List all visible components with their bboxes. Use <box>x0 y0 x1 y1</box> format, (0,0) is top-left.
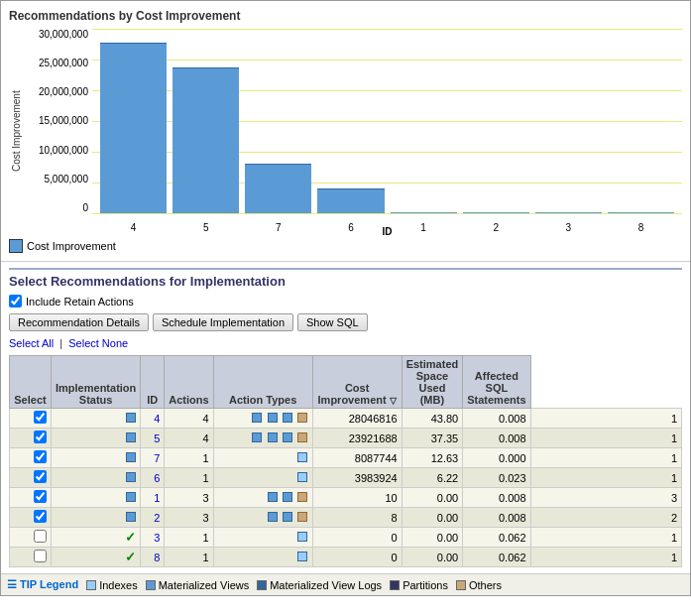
bar-2 <box>463 212 529 213</box>
row-checkbox[interactable] <box>34 550 47 562</box>
td-est-space-pct: 0.00 <box>402 528 463 548</box>
legend-item-matviews: Materialized Views <box>146 579 250 591</box>
td-status <box>52 409 141 429</box>
td-est-space-pct: 0.00 <box>402 548 463 567</box>
row-checkbox[interactable] <box>34 510 47 523</box>
col-header-actions: Actions <box>165 356 213 409</box>
td-action-types <box>213 508 312 528</box>
id-link[interactable]: 7 <box>154 452 160 464</box>
td-select <box>10 448 52 468</box>
status-icon <box>126 492 136 502</box>
id-link[interactable]: 8 <box>154 552 160 563</box>
bar-group-5 <box>173 67 239 213</box>
td-affected-sql: 1 <box>530 448 681 468</box>
include-retain-row: Include Retain Actions <box>9 295 682 308</box>
td-action-types <box>213 468 312 488</box>
col-header-select: Select <box>10 356 52 409</box>
partitions-icon <box>390 580 400 590</box>
bar-group-7 <box>245 164 311 213</box>
id-link[interactable]: 3 <box>154 532 160 544</box>
main-container: Recommendations by Cost Improvement Cost… <box>0 0 691 596</box>
tip-legend: ☰ TIP Legend Indexes Materialized Views … <box>1 573 690 595</box>
td-space-mb: 0.008 <box>463 429 530 448</box>
td-space-mb: 0.062 <box>463 528 530 548</box>
td-cost-improvement: 8087744 <box>312 448 402 468</box>
td-select <box>10 429 52 448</box>
td-est-space-pct: 12.63 <box>402 448 463 468</box>
td-status: ✓ <box>52 548 141 567</box>
td-space-mb: 0.023 <box>463 468 530 488</box>
action-type-icon <box>283 432 292 442</box>
action-type-icon <box>297 472 307 482</box>
td-actions: 1 <box>165 468 213 488</box>
show-sql-button[interactable]: Show SQL <box>297 313 368 331</box>
include-retain-label: Include Retain Actions <box>26 296 134 308</box>
td-id: 7 <box>141 448 165 468</box>
bar-group-3 <box>535 212 602 213</box>
td-affected-sql: 1 <box>530 528 681 548</box>
table-body: 4 4 28046816 43.80 0.008 1 <box>10 409 682 567</box>
action-type-icon <box>297 452 307 462</box>
action-type-icon <box>252 432 262 442</box>
table-row: 5 4 23921688 37.35 0.008 1 <box>10 429 682 448</box>
action-type-icon <box>268 512 278 522</box>
bar-group-6 <box>317 188 384 213</box>
row-checkbox[interactable] <box>34 530 47 543</box>
y-axis-label: Cost Improvement <box>9 27 23 235</box>
id-link[interactable]: 1 <box>154 492 160 504</box>
id-link[interactable]: 5 <box>154 432 160 444</box>
td-status <box>52 468 141 488</box>
id-link[interactable]: 4 <box>154 413 160 425</box>
action-type-icon <box>297 532 307 542</box>
schedule-implementation-button[interactable]: Schedule Implementation <box>153 313 293 331</box>
id-link[interactable]: 6 <box>154 472 160 484</box>
chart-plot-area: 4 5 7 6 1 2 3 8 ID <box>92 27 682 235</box>
table-row: ✓ 8 1 0 0.00 0.062 1 <box>10 548 682 567</box>
bars-area <box>100 29 674 213</box>
action-type-icon <box>252 413 262 423</box>
status-icon <box>126 472 136 482</box>
chart-legend: Cost Improvement <box>9 239 682 253</box>
bar-group-2 <box>463 212 529 213</box>
select-all-link[interactable]: Select All <box>9 337 54 349</box>
col-header-action-types: Action Types <box>213 356 312 409</box>
recommendations-section: Select Recommendations for Implementatio… <box>1 262 690 573</box>
legend-item-partitions: Partitions <box>390 579 448 591</box>
recommendation-details-button[interactable]: Recommendation Details <box>9 313 149 331</box>
td-actions: 4 <box>165 409 213 429</box>
action-type-icon <box>283 492 292 502</box>
td-id: 2 <box>141 508 165 528</box>
action-type-icon <box>297 552 307 561</box>
action-type-icon <box>268 413 278 423</box>
td-select <box>10 488 52 508</box>
action-type-icon <box>297 512 307 522</box>
td-id: 3 <box>141 528 165 548</box>
td-id: 4 <box>141 409 165 429</box>
legend-item-matviewlogs: Materialized View Logs <box>257 579 382 591</box>
td-id: 1 <box>141 488 165 508</box>
include-retain-checkbox[interactable] <box>9 295 22 308</box>
td-space-mb: 0.008 <box>463 488 530 508</box>
td-est-space-pct: 6.22 <box>402 468 463 488</box>
td-select <box>10 468 52 488</box>
bar-5 <box>173 67 239 213</box>
row-checkbox[interactable] <box>34 450 47 463</box>
row-checkbox[interactable] <box>34 490 47 503</box>
td-est-space-pct: 43.80 <box>402 409 463 429</box>
legend-icon-cost <box>9 239 23 253</box>
bar-group-8 <box>608 212 674 213</box>
row-checkbox[interactable] <box>34 411 47 424</box>
col-header-impl-status: Implementation Status <box>52 356 141 409</box>
select-none-link[interactable]: Select None <box>68 337 128 349</box>
col-header-affected-sql: Affected SQL Statements <box>463 356 530 409</box>
id-link[interactable]: 2 <box>154 512 160 524</box>
tip-legend-prefix: ☰ TIP Legend <box>7 578 78 591</box>
col-header-id: ID <box>141 356 165 409</box>
td-space-mb: 0.008 <box>463 409 530 429</box>
td-actions: 3 <box>165 488 213 508</box>
action-type-icon <box>297 413 307 423</box>
td-select <box>10 409 52 429</box>
others-icon <box>456 580 466 590</box>
row-checkbox[interactable] <box>34 470 47 483</box>
row-checkbox[interactable] <box>34 431 47 443</box>
